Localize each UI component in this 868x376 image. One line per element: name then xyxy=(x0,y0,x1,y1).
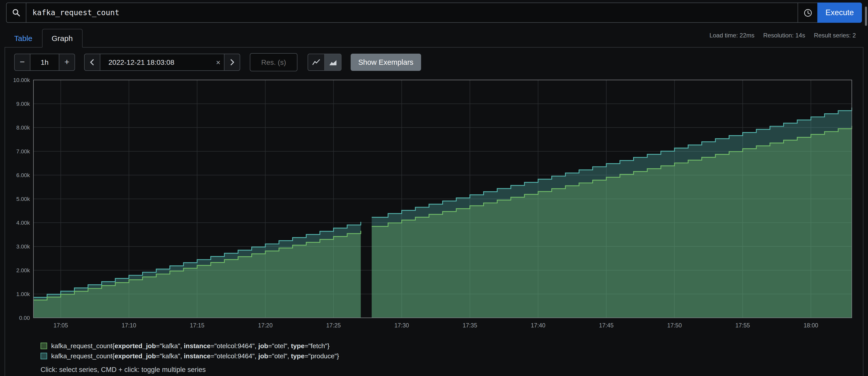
chevron-right-icon xyxy=(229,59,235,66)
stacked-graph-button[interactable] xyxy=(324,54,342,71)
datetime-wrap: × xyxy=(100,54,224,71)
svg-text:17:45: 17:45 xyxy=(599,322,614,329)
svg-text:17:30: 17:30 xyxy=(395,322,409,329)
plus-icon: + xyxy=(64,57,69,67)
minus-icon: − xyxy=(20,57,25,67)
range-input[interactable] xyxy=(30,54,59,71)
chevron-left-icon xyxy=(89,59,95,66)
execute-button[interactable]: Execute xyxy=(817,3,862,23)
show-exemplars-button[interactable]: Show Exemplars xyxy=(351,54,421,71)
previous-time-button[interactable] xyxy=(84,54,100,71)
svg-text:5.00k: 5.00k xyxy=(16,196,30,202)
svg-text:8.00k: 8.00k xyxy=(16,125,30,131)
datetime-group: × xyxy=(84,54,240,71)
svg-text:7.00k: 7.00k xyxy=(16,148,30,155)
svg-text:3.00k: 3.00k xyxy=(16,243,30,250)
scrollbar-thumb[interactable] xyxy=(865,7,867,26)
legend-item[interactable]: kafka_request_count{exported_job="kafka"… xyxy=(40,341,858,351)
svg-text:4.00k: 4.00k xyxy=(16,219,30,226)
svg-text:6.00k: 6.00k xyxy=(16,172,30,178)
clock-icon[interactable] xyxy=(798,3,818,23)
svg-text:18:00: 18:00 xyxy=(804,322,818,329)
svg-text:17:25: 17:25 xyxy=(326,322,341,329)
svg-text:17:50: 17:50 xyxy=(667,322,682,329)
increase-range-button[interactable]: + xyxy=(59,54,75,71)
line-graph-button[interactable] xyxy=(308,54,325,71)
series-swatch-icon xyxy=(40,342,47,349)
search-icon xyxy=(6,3,26,23)
series-swatch-icon xyxy=(40,352,47,359)
chart-svg: 0.001.00k2.00k3.00k4.00k5.00k6.00k7.00k8… xyxy=(10,76,858,332)
tab-table[interactable]: Table xyxy=(5,29,42,47)
svg-text:0.00: 0.00 xyxy=(19,315,30,321)
stacked-graph-icon xyxy=(329,58,337,66)
datetime-input[interactable] xyxy=(100,54,224,71)
svg-text:17:10: 17:10 xyxy=(122,322,136,329)
series-label: kafka_request_count{exported_job="kafka"… xyxy=(51,342,330,349)
svg-text:17:55: 17:55 xyxy=(736,322,750,329)
decrease-range-button[interactable]: − xyxy=(14,54,30,71)
tabs: Table Graph xyxy=(5,29,863,47)
chart-type-group xyxy=(308,54,342,71)
graph-panel: − + × xyxy=(5,47,863,376)
legend-hint: Click: select series, CMD + click: toggl… xyxy=(40,366,858,373)
svg-text:17:05: 17:05 xyxy=(54,322,68,329)
svg-text:17:35: 17:35 xyxy=(463,322,477,329)
graph-controls: − + × xyxy=(14,54,858,71)
svg-text:17:20: 17:20 xyxy=(258,322,273,329)
chart-region[interactable]: 0.001.00k2.00k3.00k4.00k5.00k6.00k7.00k8… xyxy=(10,76,858,334)
range-group: − + xyxy=(14,54,75,71)
resolution-input[interactable] xyxy=(250,53,298,71)
svg-text:2.00k: 2.00k xyxy=(16,267,30,274)
query-input[interactable] xyxy=(26,3,798,23)
svg-text:9.00k: 9.00k xyxy=(16,101,30,107)
clear-icon[interactable]: × xyxy=(216,58,220,67)
query-bar: Execute xyxy=(6,3,862,23)
prometheus-app: Execute Load time: 22ms Resolution: 14s … xyxy=(0,3,868,376)
next-time-button[interactable] xyxy=(224,54,240,71)
svg-text:10.00k: 10.00k xyxy=(13,77,30,83)
line-graph-icon xyxy=(312,58,320,66)
series-label: kafka_request_count{exported_job="kafka"… xyxy=(51,352,339,360)
legend-item[interactable]: kafka_request_count{exported_job="kafka"… xyxy=(40,351,858,361)
tab-graph[interactable]: Graph xyxy=(42,29,82,47)
legend: kafka_request_count{exported_job="kafka"… xyxy=(40,341,858,361)
svg-text:1.00k: 1.00k xyxy=(16,291,30,297)
svg-text:17:15: 17:15 xyxy=(190,322,205,329)
svg-text:17:40: 17:40 xyxy=(531,322,546,329)
